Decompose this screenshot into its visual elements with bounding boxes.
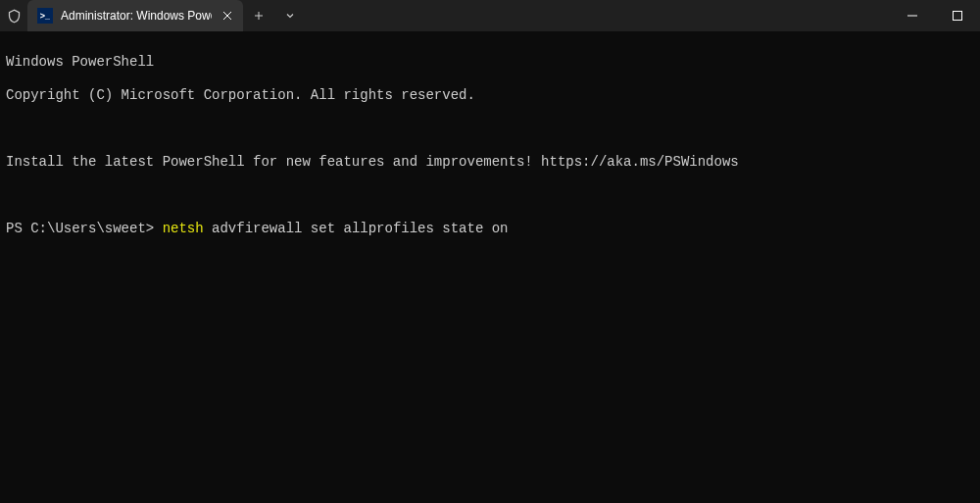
prompt: PS C:\Users\sweet> <box>6 221 163 236</box>
tab-close-button[interactable] <box>220 8 235 24</box>
window-controls <box>890 0 980 31</box>
titlebar: >_ Administrator: Windows Powe <box>0 0 980 31</box>
minimize-button[interactable] <box>890 0 935 31</box>
command-rest: advfirewall set allprofiles state on <box>204 221 509 236</box>
tab-dropdown-button[interactable] <box>274 0 306 31</box>
maximize-button[interactable] <box>935 0 980 31</box>
terminal-line: Install the latest PowerShell for new fe… <box>6 154 974 171</box>
terminal-prompt-line: PS C:\Users\sweet> netsh advfirewall set… <box>6 221 974 237</box>
terminal-output[interactable]: Windows PowerShell Copyright (C) Microso… <box>0 31 980 260</box>
new-tab-button[interactable] <box>243 0 274 31</box>
tab-title: Administrator: Windows Powe <box>61 9 212 23</box>
terminal-line: Windows PowerShell <box>6 54 974 71</box>
terminal-blank <box>6 187 974 204</box>
svg-rect-5 <box>954 12 962 21</box>
powershell-icon: >_ <box>37 8 53 24</box>
tab-powershell[interactable]: >_ Administrator: Windows Powe <box>27 0 243 31</box>
terminal-line: Copyright (C) Microsoft Corporation. All… <box>6 87 974 104</box>
command-highlight: netsh <box>163 221 204 236</box>
titlebar-left: >_ Administrator: Windows Powe <box>0 0 890 31</box>
shield-icon <box>0 0 27 31</box>
terminal-blank <box>6 121 974 137</box>
